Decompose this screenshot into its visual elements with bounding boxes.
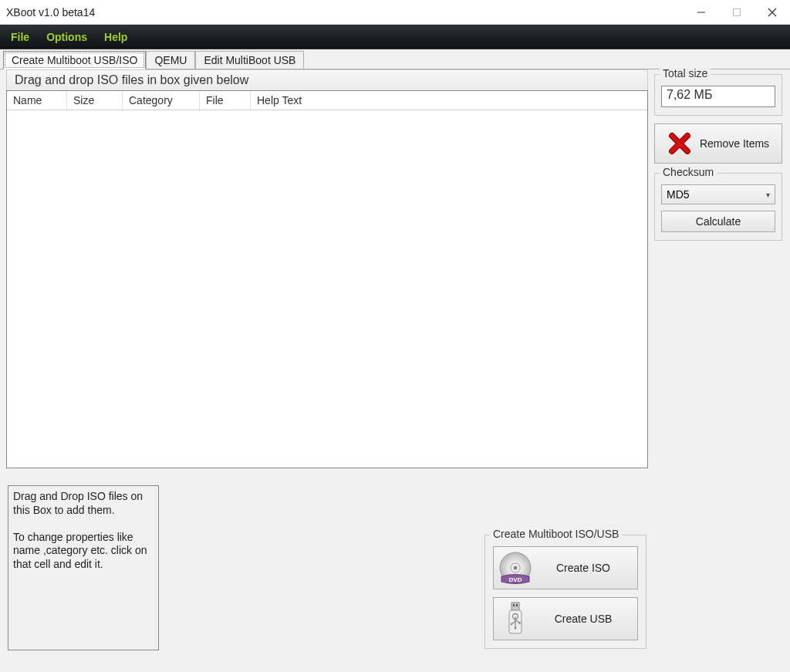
window-titlebar: XBoot v1.0 beta14: [0, 0, 790, 25]
usb-icon: [494, 601, 537, 637]
create-usb-label: Create USB: [537, 613, 637, 625]
create-usb-button[interactable]: Create USB: [493, 597, 638, 640]
total-size-label: Total size: [660, 67, 711, 79]
total-size-group: Total size 7,62 МБ: [654, 74, 782, 116]
table-header-row: Name Size Category File Help Text: [7, 91, 647, 110]
create-group-title: Create Multiboot ISO/USB: [490, 528, 622, 540]
tab-label: Create Multiboot USB/ISO: [12, 54, 137, 66]
menu-help[interactable]: Help: [104, 31, 127, 43]
tab-label: QEMU: [154, 54, 187, 66]
tab-label: Edit MultiBoot USB: [204, 54, 295, 66]
checksum-selected: MD5: [667, 188, 690, 201]
calculate-label: Calculate: [696, 215, 741, 228]
svg-rect-8: [511, 603, 519, 610]
tab-qemu[interactable]: QEMU: [146, 51, 195, 69]
left-column: Drag and drop ISO files in box given bel…: [0, 69, 654, 672]
svg-rect-9: [513, 604, 515, 606]
svg-point-14: [515, 627, 517, 630]
create-multiboot-group: Create Multiboot ISO/USB DVD Create ISO: [484, 535, 647, 649]
minimize-button[interactable]: [684, 0, 719, 24]
remove-items-button[interactable]: Remove Items: [654, 123, 782, 164]
svg-point-6: [514, 566, 518, 570]
checksum-group: Checksum MD5 ▾ Calculate: [654, 173, 782, 241]
col-help[interactable]: Help Text: [251, 91, 647, 110]
dvd-icon: DVD: [494, 551, 537, 585]
checksum-label: Checksum: [660, 166, 717, 178]
content-area: Drag and drop ISO files in box given bel…: [0, 69, 790, 672]
svg-point-16: [511, 623, 513, 626]
col-category[interactable]: Category: [123, 91, 200, 110]
iso-table[interactable]: Name Size Category File Help Text: [6, 90, 648, 468]
close-button[interactable]: [755, 0, 790, 24]
col-name[interactable]: Name: [7, 91, 67, 110]
minimize-icon: [697, 8, 706, 17]
checksum-select[interactable]: MD5 ▾: [661, 184, 775, 204]
svg-text:DVD: DVD: [509, 576, 522, 583]
svg-rect-18: [518, 622, 521, 624]
tab-edit-multiboot[interactable]: Edit MultiBoot USB: [195, 51, 304, 69]
col-file[interactable]: File: [200, 91, 251, 110]
maximize-icon: [732, 8, 741, 17]
svg-rect-10: [516, 604, 518, 606]
tab-create-multiboot[interactable]: Create Multiboot USB/ISO: [3, 51, 146, 69]
chevron-down-icon: ▾: [766, 191, 770, 199]
maximize-button[interactable]: [719, 0, 755, 24]
window-controls: [684, 0, 790, 24]
col-size[interactable]: Size: [67, 91, 123, 110]
create-iso-button[interactable]: DVD Create ISO: [493, 546, 638, 589]
hint-box: Drag and Drop ISO files on this Box to a…: [8, 485, 159, 650]
drop-area-header: Drag and drop ISO files in box given bel…: [6, 69, 648, 90]
calculate-button[interactable]: Calculate: [661, 211, 775, 232]
right-column: Total size 7,62 МБ Remove Items Checksum…: [654, 69, 790, 672]
menubar: File Options Help: [0, 25, 790, 49]
total-size-value: 7,62 МБ: [661, 86, 775, 107]
remove-x-icon: [667, 131, 692, 156]
menu-file[interactable]: File: [11, 31, 29, 43]
create-iso-label: Create ISO: [537, 562, 637, 574]
menu-options[interactable]: Options: [46, 31, 87, 43]
remove-items-label: Remove Items: [700, 137, 769, 150]
svg-rect-1: [734, 8, 741, 15]
close-icon: [768, 8, 777, 17]
window-title: XBoot v1.0 beta14: [6, 6, 95, 19]
